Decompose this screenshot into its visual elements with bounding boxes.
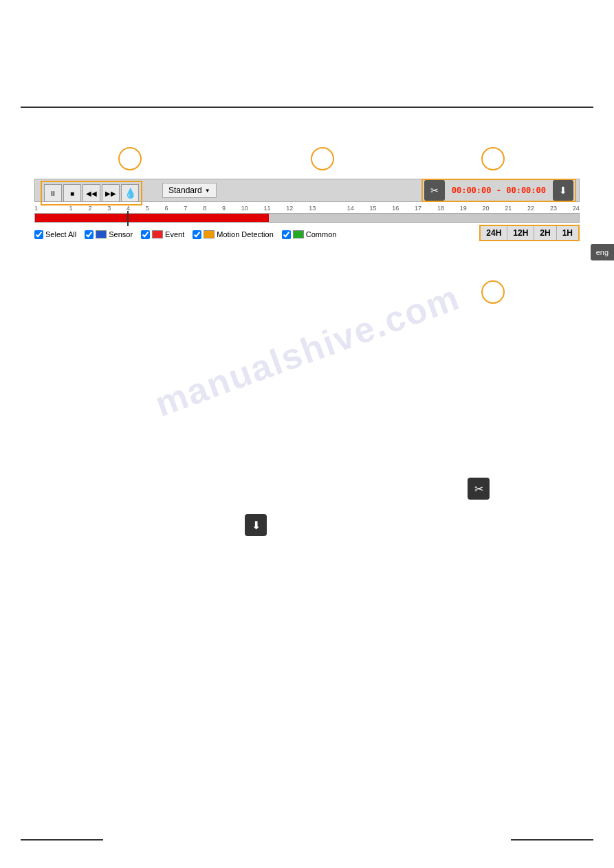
tick: 13 bbox=[309, 205, 316, 212]
zoom-1h-button[interactable]: 1H bbox=[557, 226, 578, 240]
annotation-circle-1 bbox=[118, 147, 142, 170]
zoom-12h-button[interactable]: 12H bbox=[507, 226, 534, 240]
filter-motion-detection[interactable]: Motion Detection bbox=[193, 230, 274, 239]
sensor-checkbox[interactable] bbox=[85, 230, 94, 239]
event-checkbox[interactable] bbox=[141, 230, 150, 239]
quality-dropdown[interactable]: Standard bbox=[162, 183, 217, 198]
tick: 20 bbox=[483, 205, 490, 212]
download-button-header[interactable]: ⬇ bbox=[553, 180, 573, 201]
rewind-button[interactable]: ◀◀ bbox=[83, 184, 100, 202]
motion-detection-checkbox[interactable] bbox=[193, 230, 201, 239]
event-label: Event bbox=[165, 230, 184, 238]
select-all-checkbox[interactable] bbox=[34, 230, 43, 239]
timeline-playhead bbox=[127, 211, 129, 226]
filter-select-all[interactable]: Select All bbox=[34, 230, 76, 239]
tick: 1 bbox=[69, 205, 73, 212]
tick: 6 bbox=[165, 205, 168, 212]
tick: 18 bbox=[437, 205, 444, 212]
filter-common[interactable]: Common bbox=[282, 230, 337, 239]
zoom-24h-button[interactable]: 24H bbox=[481, 226, 507, 240]
tick: 15 bbox=[370, 205, 377, 212]
zoom-buttons-group: 24H 12H 2H 1H bbox=[479, 225, 580, 241]
tick: 5 bbox=[146, 205, 149, 212]
tick: 2 bbox=[88, 205, 91, 212]
playback-controls-group: ⏸ ■ ◀◀ ▶▶ 💧 bbox=[41, 181, 142, 205]
pause-button[interactable]: ⏸ bbox=[44, 184, 62, 202]
motion-detection-label: Motion Detection bbox=[217, 230, 274, 238]
filter-event[interactable]: Event bbox=[141, 230, 184, 239]
sensor-label: Sensor bbox=[109, 230, 133, 238]
tick: 17 bbox=[415, 205, 421, 212]
filter-sensor[interactable]: Sensor bbox=[85, 230, 133, 239]
tick: 24 bbox=[573, 205, 580, 212]
tick: 23 bbox=[550, 205, 557, 212]
eng-button[interactable]: eng bbox=[591, 244, 614, 260]
tick: 21 bbox=[505, 205, 512, 212]
common-checkbox[interactable] bbox=[282, 230, 291, 239]
tick: 14 bbox=[347, 205, 354, 212]
bottom-rule-left bbox=[21, 839, 103, 841]
tick: 10 bbox=[241, 205, 248, 212]
forward-button[interactable]: ▶▶ bbox=[102, 184, 120, 202]
tick: 3 bbox=[107, 205, 111, 212]
stop-button[interactable]: ■ bbox=[63, 184, 81, 202]
top-rule bbox=[21, 107, 593, 108]
bottom-rule-right bbox=[511, 839, 593, 841]
sensor-color bbox=[96, 230, 107, 238]
tick: 22 bbox=[527, 205, 534, 212]
tick: 9 bbox=[222, 205, 226, 212]
download-standalone-button[interactable]: ⬇ bbox=[245, 514, 267, 536]
zoom-2h-button[interactable]: 2H bbox=[534, 226, 556, 240]
tick: 7 bbox=[184, 205, 187, 212]
watermark: manualshive.com bbox=[149, 276, 465, 425]
tick: 8 bbox=[203, 205, 206, 212]
timeline-red-segment bbox=[35, 214, 269, 222]
tick: 12 bbox=[286, 205, 293, 212]
timeline-track[interactable] bbox=[34, 213, 580, 223]
time-display: 00:00:00 - 00:00:00 bbox=[446, 186, 551, 195]
annotation-circle-4 bbox=[481, 280, 505, 304]
motion-color bbox=[204, 230, 215, 238]
common-label: Common bbox=[306, 230, 337, 238]
select-all-label: Select All bbox=[45, 230, 76, 238]
tick: 16 bbox=[392, 205, 399, 212]
tick: 19 bbox=[460, 205, 467, 212]
color-button[interactable]: 💧 bbox=[121, 184, 139, 202]
tick: 11 bbox=[264, 205, 271, 212]
scissors-button[interactable]: ✂ bbox=[424, 180, 445, 201]
scissors-standalone-button[interactable]: ✂ bbox=[468, 478, 490, 500]
annotation-circle-3 bbox=[481, 147, 505, 170]
event-color bbox=[152, 230, 163, 238]
common-color bbox=[293, 230, 304, 238]
annotation-circle-2 bbox=[311, 147, 334, 170]
ruler-ticks: 1 1 2 3 4 5 6 7 8 9 10 11 12 13 14 15 16… bbox=[34, 205, 580, 212]
tick: 1 bbox=[34, 205, 38, 212]
time-display-group: ✂ 00:00:00 - 00:00:00 ⬇ bbox=[421, 179, 576, 202]
